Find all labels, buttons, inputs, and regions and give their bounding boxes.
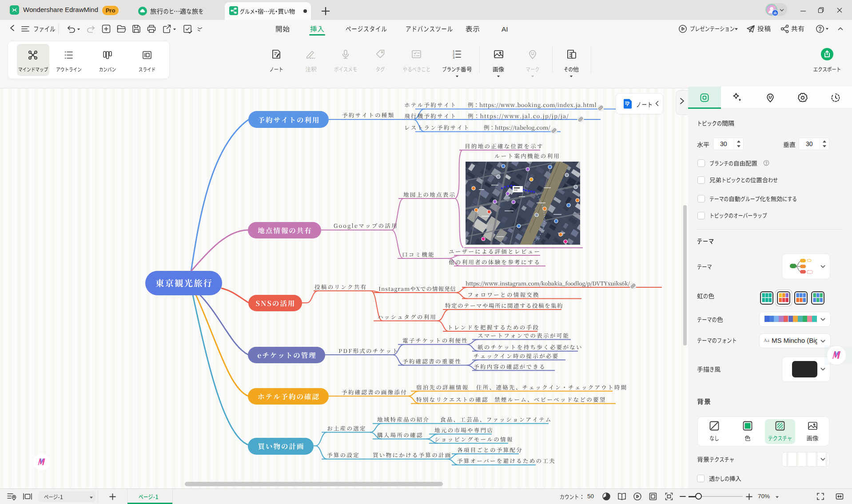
svg-text:3: 3	[453, 56, 454, 60]
